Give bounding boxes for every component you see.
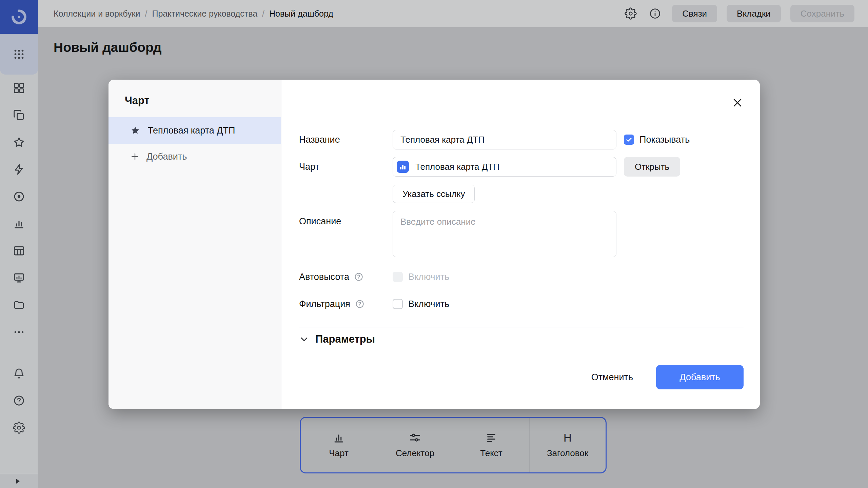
autoheight-checkbox[interactable] [393,272,403,282]
check-icon [625,136,633,143]
filtering-label: Фильтрация [299,299,350,309]
dialog-title: Чарт [125,95,150,107]
chart-widget-dialog: Чарт Тепловая карта ДТП Добавить [108,80,760,409]
filtering-help-icon[interactable] [355,299,364,309]
app-root: Коллекции и воркбуки / Практические руко… [0,0,868,488]
autoheight-checkbox-wrap[interactable]: Включить [393,272,449,282]
link-row: Указать ссылку [393,185,475,203]
chart-item-label: Тепловая карта ДТП [148,125,235,136]
chart-select-input[interactable] [393,157,616,177]
cancel-button[interactable]: Отменить [583,365,641,389]
plus-icon [130,152,140,161]
star-icon [130,125,140,136]
dialog-footer: Отменить Добавить [583,365,744,389]
show-checkbox[interactable] [624,135,634,145]
add-tab-button[interactable]: Добавить [108,146,281,167]
specify-link-button[interactable]: Указать ссылку [393,185,475,203]
chevron-down-icon [299,334,309,344]
name-label: Название [299,135,393,145]
filtering-checkbox-wrap[interactable]: Включить [393,299,449,309]
add-button[interactable]: Добавить [656,365,744,389]
name-input[interactable] [393,130,616,149]
show-checkbox-wrap[interactable]: Показывать [624,135,690,145]
filtering-row: Фильтрация Включить [299,297,744,311]
add-tab-label: Добавить [146,151,187,162]
filtering-checkbox-label: Включить [408,299,449,309]
autoheight-checkbox-label: Включить [408,272,449,282]
params-section-label: Параметры [315,333,375,345]
dialog-left-panel: Чарт Тепловая карта ДТП Добавить [108,80,281,409]
description-textarea[interactable] [393,211,616,257]
autoheight-row: Автовысота Включить [299,270,744,284]
chart-row: Чарт Открыть [299,157,744,177]
name-row: Название Показывать [299,130,744,149]
divider [299,327,744,327]
chart-list-item-selected[interactable]: Тепловая карта ДТП [108,117,281,144]
autoheight-help-icon[interactable] [354,272,363,282]
filtering-label-wrap: Фильтрация [299,299,393,309]
autoheight-label: Автовысота [299,272,349,282]
open-chart-button[interactable]: Открыть [624,157,680,177]
filtering-checkbox[interactable] [393,299,403,309]
chart-select-wrap [393,157,616,177]
params-section-toggle[interactable]: Параметры [299,332,744,347]
description-label: Описание [299,211,393,227]
dialog-body: Название Показывать Чарт [281,80,760,409]
description-row: Описание [299,211,744,257]
close-icon[interactable] [730,95,745,110]
show-checkbox-label: Показывать [639,135,690,145]
chart-type-icon [397,161,409,173]
autoheight-label-wrap: Автовысота [299,272,393,282]
chart-label: Чарт [299,162,393,172]
